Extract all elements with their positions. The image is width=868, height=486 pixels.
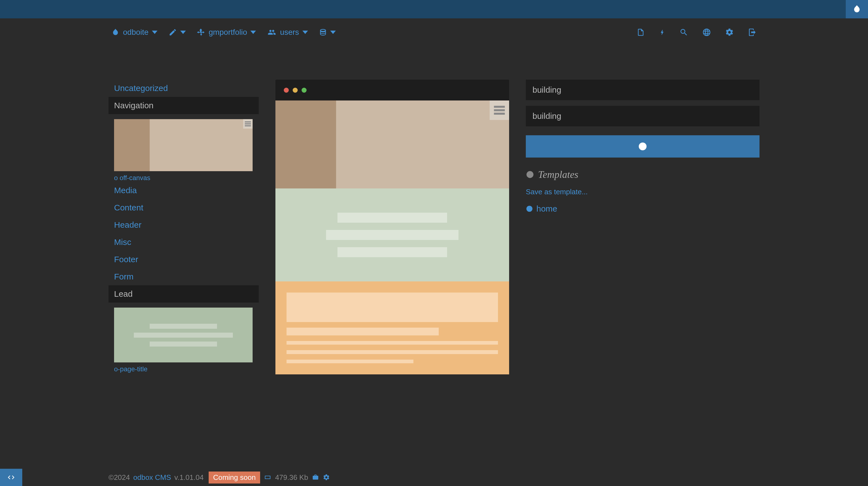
- category-media[interactable]: Media: [108, 182, 259, 199]
- template-item-home[interactable]: home: [526, 204, 760, 213]
- hamburger-icon: [243, 119, 253, 129]
- nav-users-label: users: [280, 28, 299, 37]
- footer-size: 479.36 Kb: [275, 473, 308, 482]
- preview-section-lead[interactable]: [275, 188, 509, 281]
- nav-site-dropdown[interactable]: gmportfolio: [197, 28, 256, 37]
- category-header[interactable]: Header: [108, 216, 259, 234]
- bolt-icon[interactable]: [659, 28, 665, 37]
- nav-users-dropdown[interactable]: users: [267, 28, 308, 37]
- templates-heading: Templates: [526, 169, 760, 180]
- footer-version: v.1.01.04: [175, 473, 204, 482]
- drupal-icon[interactable]: [846, 0, 868, 19]
- caret-down-icon: [250, 31, 256, 34]
- widget-thumb-page-title[interactable]: o-page-title: [114, 308, 253, 373]
- footer-badge: Coming soon: [209, 472, 260, 484]
- category-form[interactable]: Form: [108, 268, 259, 285]
- nav-edit-dropdown[interactable]: [168, 28, 186, 36]
- svg-point-6: [527, 171, 534, 178]
- window-min-dot: [293, 88, 298, 93]
- category-footer[interactable]: Footer: [108, 251, 259, 268]
- svg-rect-0: [245, 121, 251, 122]
- svg-rect-5: [494, 113, 505, 115]
- category-content[interactable]: Content: [108, 199, 259, 216]
- nav-brand-dropdown[interactable]: odboite: [111, 28, 157, 37]
- footer-copyright: ©2024: [108, 473, 130, 482]
- code-toggle-button[interactable]: [0, 469, 22, 486]
- caret-down-icon: [180, 31, 186, 34]
- caret-down-icon: [302, 31, 308, 34]
- svg-rect-4: [494, 109, 505, 111]
- category-misc[interactable]: Misc: [108, 234, 259, 251]
- spinner-icon: [639, 143, 647, 150]
- widget-thumb-label: o off-canvas: [114, 174, 253, 182]
- file-icon[interactable]: [637, 28, 645, 37]
- window-close-dot: [284, 88, 289, 93]
- svg-rect-3: [494, 106, 505, 108]
- top-bar: [0, 0, 868, 19]
- svg-point-7: [526, 206, 532, 212]
- footer: ©2024 odbox CMS v.1.01.04 Coming soon 47…: [0, 469, 868, 486]
- footer-cms-link[interactable]: odbox CMS: [133, 473, 171, 482]
- search-icon[interactable]: [679, 28, 688, 37]
- preview-section-content[interactable]: [275, 281, 509, 374]
- name-input[interactable]: [526, 80, 760, 100]
- canvas-preview: [275, 80, 509, 374]
- category-uncategorized[interactable]: Uncategorized: [108, 80, 259, 97]
- svg-rect-2: [245, 125, 251, 126]
- toolbox-icon[interactable]: [312, 474, 319, 481]
- svg-rect-1: [245, 123, 251, 124]
- gear-icon[interactable]: [323, 474, 330, 481]
- nav-brand-label: odboite: [123, 28, 149, 37]
- logout-icon[interactable]: [748, 28, 757, 37]
- caret-down-icon: [330, 31, 336, 34]
- nav-database-dropdown[interactable]: [319, 28, 336, 36]
- widget-thumb-label: o-page-title: [114, 365, 253, 373]
- category-lead[interactable]: Lead: [108, 285, 259, 303]
- hamburger-icon: [490, 100, 509, 120]
- globe-icon[interactable]: [702, 28, 711, 37]
- nav-site-label: gmportfolio: [209, 28, 247, 37]
- slug-input[interactable]: [526, 106, 760, 126]
- widget-thumb-off-canvas[interactable]: o off-canvas: [114, 119, 253, 182]
- right-panel: Templates Save as template... home: [526, 80, 760, 374]
- window-chrome: [275, 80, 509, 100]
- memory-icon: [264, 474, 272, 481]
- save-button[interactable]: [526, 135, 760, 157]
- preview-section-nav[interactable]: [275, 100, 509, 188]
- gear-icon[interactable]: [725, 28, 734, 37]
- window-max-dot: [302, 88, 307, 93]
- category-navigation[interactable]: Navigation: [108, 97, 259, 114]
- save-as-template-link[interactable]: Save as template...: [526, 188, 760, 196]
- sidebar: Uncategorized Navigation o off-canvas Me…: [108, 80, 259, 374]
- caret-down-icon: [152, 31, 157, 34]
- nav-bar: odboite gmportfolio users: [0, 19, 868, 46]
